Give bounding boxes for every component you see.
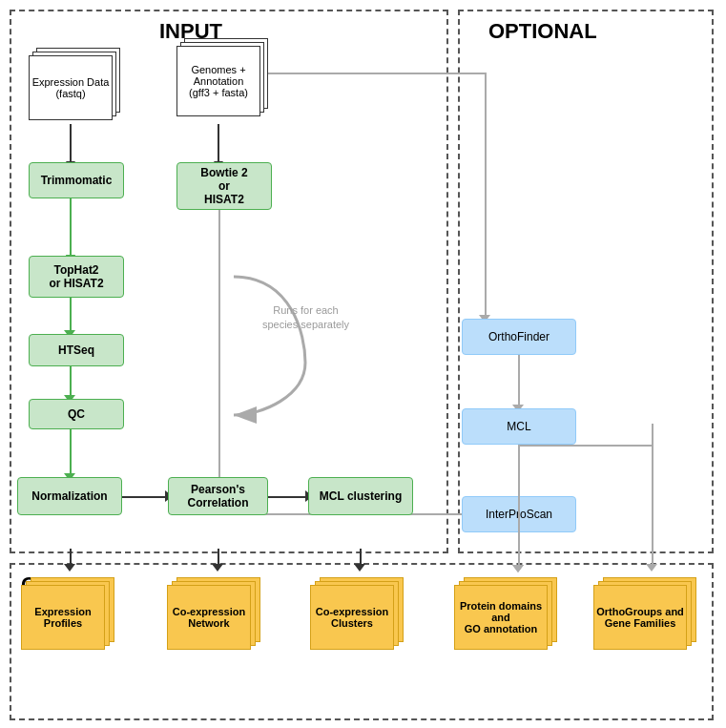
coexpression-network-output: Co-expressionNetwork (167, 577, 267, 654)
genomes-stack: Genomes +Annotation(gff3 + fasta) (176, 38, 272, 122)
htseq-box: HTSeq (29, 334, 124, 366)
normalization-box: Normalization (17, 477, 122, 515)
expression-data-stack: Expression Data(fastq) (29, 48, 124, 124)
coexpression-clusters-output: Co-expressionClusters (310, 577, 410, 654)
coexpression-network-label: Co-expressionNetwork (167, 585, 251, 650)
arrow-conet-output-head (212, 564, 223, 572)
arrow-genomes-bowtie (218, 124, 219, 162)
arrow-trim-tophat (70, 198, 72, 256)
protein-domains-label: Protein domains andGO annotation (454, 585, 548, 650)
arrow-htseq-qc-v (70, 366, 72, 399)
curved-arrow-svg (138, 248, 329, 425)
orthogroups-output: OrthoGroups andGene Families (593, 577, 703, 654)
arrow-coclust-output-head (354, 564, 365, 572)
coexpression-clusters-label: Co-expressionClusters (310, 585, 394, 650)
arrow-norm-pearson-h (122, 496, 168, 498)
tophat2-box: TopHat2or HISAT2 (29, 256, 124, 298)
mcl-clustering-box: MCL clustering (308, 477, 413, 515)
mcl-box: MCL (462, 408, 576, 445)
bowtie2-box: Bowtie 2orHISAT2 (176, 162, 272, 210)
arrow-tophat-htseq-v (70, 298, 72, 334)
expression-profiles-output: ExpressionProfiles (21, 577, 121, 654)
runs-label: Runs for eachspecies separately (256, 303, 356, 333)
qc-box: QC (29, 399, 124, 429)
arrow-qc-norm-v (70, 429, 72, 477)
mcl-to-output-v (518, 445, 520, 502)
optional-v-line (485, 73, 487, 319)
optional-section: OPTIONAL (458, 10, 714, 553)
mcl-to-ortho-h (518, 445, 653, 447)
expression-data-label: Expression Data(fastq) (29, 55, 113, 120)
orthogroups-label: OrthoGroups andGene Families (593, 585, 687, 650)
orthofinder-box: OrthoFinder (462, 319, 576, 355)
arrow-expr-trim (70, 124, 72, 162)
trimmomatic-box: Trimmomatic (29, 162, 124, 198)
arrow-ortho-output-head (646, 564, 657, 572)
optional-title: OPTIONAL (488, 19, 597, 44)
diagram: INPUT OPTIONAL OUTPUT Expression Data(fa… (0, 0, 726, 728)
mcl-output-head (512, 565, 524, 572)
pearsons-box: Pearson'sCorrelation (168, 477, 268, 515)
expression-profiles-label: ExpressionProfiles (21, 585, 105, 650)
genomes-label: Genomes +Annotation(gff3 + fasta) (176, 46, 260, 116)
genomes-to-optional-h (260, 73, 487, 74)
arrow-pearson-mcl-h (268, 496, 308, 498)
arrow-ortho-mcl-v (518, 355, 520, 408)
protein-domains-output: Protein domains andGO annotation (454, 577, 564, 654)
mcl-line-to-output (518, 501, 520, 569)
ortho-v-line (652, 424, 653, 550)
arrow-expr-output-head (64, 564, 75, 572)
